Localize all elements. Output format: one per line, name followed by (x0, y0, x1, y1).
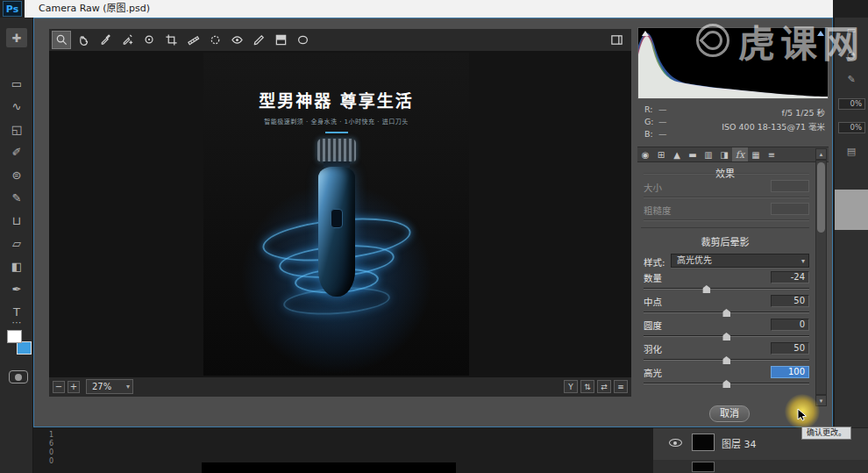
style-row: 样式: 高光优先 ▾ (637, 254, 813, 269)
slider-track[interactable] (644, 355, 809, 365)
move-tool[interactable]: ✚ (6, 28, 27, 47)
scrollbar-up-arrow[interactable]: ▴ (815, 148, 827, 160)
slider-thumb[interactable] (722, 333, 730, 340)
fill-field[interactable]: 0% (838, 122, 865, 133)
zoom-out-button[interactable]: − (53, 381, 65, 393)
camera-raw-right-panel: R:— G:— B:— f/5 1/25 秒 ISO 400 18-135@71… (637, 27, 829, 414)
effects-panel: 效果 大小 粗糙度 裁剪后晕影 样式: 高光优先 (637, 166, 813, 414)
opacity-field[interactable]: 0% (838, 98, 865, 110)
slider-track[interactable] (644, 308, 809, 318)
brush-tool[interactable]: ✎ (6, 188, 27, 207)
slider-track[interactable] (644, 284, 809, 294)
scrollbar-thumb[interactable] (817, 162, 825, 233)
layer-thumbnail[interactable] (692, 434, 715, 451)
radial-filter-tool-icon[interactable] (293, 31, 312, 49)
style-dropdown[interactable]: 高光优先 ▾ (671, 254, 809, 268)
slider-value-field[interactable] (771, 180, 809, 192)
slider-value-field[interactable] (771, 203, 809, 215)
tab-lens-corrections[interactable]: ◨ (716, 147, 732, 161)
panel-icon[interactable]: ◔ (843, 49, 860, 63)
fullscreen-toggle-icon[interactable] (607, 31, 626, 49)
tab-basic[interactable]: ◉ (637, 147, 653, 161)
eyedropper-tool[interactable]: ✐ (6, 142, 27, 161)
lasso-tool[interactable]: ∿ (6, 97, 27, 116)
zoom-in-button[interactable]: + (68, 381, 80, 393)
shaver-head (317, 139, 356, 161)
zoom-level-select[interactable]: 27% ▾ (86, 379, 133, 394)
color-sampler-tool-icon[interactable] (117, 31, 137, 49)
stamp-tool[interactable]: ⊔ (6, 211, 27, 230)
slider-value-field[interactable]: 50 (771, 295, 809, 307)
preview-flag-y[interactable]: Y (564, 380, 578, 393)
style-dropdown-value: 高光优先 (677, 255, 712, 265)
crop-tool[interactable]: ◱ (6, 119, 27, 139)
white-balance-tool-icon[interactable] (96, 31, 115, 49)
slider-label: 高光 (644, 366, 662, 379)
slider-thumb[interactable] (702, 285, 710, 293)
quick-mask-icon[interactable] (9, 370, 28, 383)
updown-arrows-icon[interactable]: ⇅ (580, 380, 594, 393)
canvas-artboard (202, 462, 456, 473)
pen-tool[interactable]: ✒ (6, 279, 27, 298)
leftright-arrows-icon[interactable]: ⇄ (597, 380, 611, 393)
camera-settings-readout: f/5 1/25 秒 ISO 400 18-135@71 毫米 (722, 106, 825, 134)
spot-removal-tool-icon[interactable] (205, 31, 224, 49)
slider-thumb[interactable] (722, 380, 730, 388)
style-label: 样式: (644, 255, 665, 269)
adjustment-brush-tool-icon[interactable] (249, 31, 268, 49)
highlight-clipping-icon[interactable] (817, 31, 824, 36)
heal-tool[interactable]: ⊜ (6, 165, 27, 184)
tab-tone-curve[interactable]: ⊞ (653, 147, 669, 161)
list-menu-icon[interactable]: ≡ (614, 380, 628, 393)
camera-raw-dialog: 型男神器 尊享生活 智能极速剃须 · 全身水洗 · 1小时快充 · 进口刀头 (33, 18, 833, 427)
straighten-tool-icon[interactable] (183, 31, 203, 49)
eraser-tool[interactable]: ▱ (6, 233, 27, 253)
shadow-clipping-icon[interactable] (642, 31, 649, 36)
panel-preview-block (835, 190, 868, 230)
tab-hsl[interactable]: ▬ (685, 147, 701, 161)
visibility-eye-icon[interactable] (669, 439, 682, 447)
panel-icon[interactable]: ▭ (843, 25, 860, 39)
slider-value-field[interactable]: 100 (771, 366, 809, 378)
ruler-label: 1600 (47, 431, 55, 466)
gradient-tool[interactable]: ◧ (6, 256, 27, 276)
grain-roughness-row: 粗糙度 (637, 203, 813, 224)
tab-effects[interactable]: fx (732, 147, 748, 161)
targeted-adjustment-tool-icon[interactable] (139, 31, 159, 49)
tab-detail[interactable]: ▲ (669, 147, 685, 161)
slider-track[interactable] (644, 332, 809, 341)
foreground-color-swatch[interactable] (7, 330, 22, 343)
slider-value-field[interactable]: -24 (771, 271, 809, 283)
slider-value-field[interactable]: 50 (771, 342, 809, 355)
slider-track[interactable] (644, 379, 809, 389)
slider-thumb[interactable] (722, 356, 730, 364)
hand-tool-icon[interactable] (74, 31, 93, 49)
text-tool[interactable]: T (6, 302, 27, 321)
layer-thumbnail[interactable] (692, 462, 715, 472)
photoshop-logo: Ps (3, 1, 22, 17)
red-eye-tool-icon[interactable] (227, 31, 246, 49)
section-divider (641, 227, 809, 228)
preview-area[interactable]: 型男神器 尊享生活 智能极速剃须 · 全身水洗 · 1小时快充 · 进口刀头 (49, 51, 631, 377)
panel-icon[interactable]: ▤ (843, 146, 860, 160)
layer-name[interactable]: 图层 34 (722, 436, 757, 450)
slider-value-field[interactable]: 0 (771, 319, 809, 331)
dialog-title[interactable]: Camera Raw (原图.psd) (25, 0, 833, 18)
shaver-screen (331, 209, 343, 228)
slider-label: 中点 (644, 295, 662, 308)
layer-row[interactable] (653, 460, 868, 473)
graduated-filter-tool-icon[interactable] (271, 31, 290, 49)
marquee-tool[interactable]: ▭ (6, 74, 27, 93)
slider-thumb[interactable] (722, 309, 730, 317)
tab-split-toning[interactable]: ▥ (701, 147, 716, 161)
tab-presets[interactable]: ≡ (764, 147, 779, 161)
tab-camera-calibration[interactable]: ▦ (748, 147, 764, 161)
slider-midpoint: 中点 50 (637, 295, 813, 318)
zoom-tool-icon[interactable] (52, 31, 71, 49)
panel-icon[interactable]: ✎ (843, 74, 860, 88)
scrollbar-track[interactable] (815, 160, 827, 395)
crop-tool-icon[interactable] (161, 31, 181, 49)
slider-feather: 羽化 50 (637, 342, 813, 365)
background-color-swatch[interactable] (17, 341, 32, 355)
cancel-button[interactable]: 取消 (709, 405, 750, 422)
